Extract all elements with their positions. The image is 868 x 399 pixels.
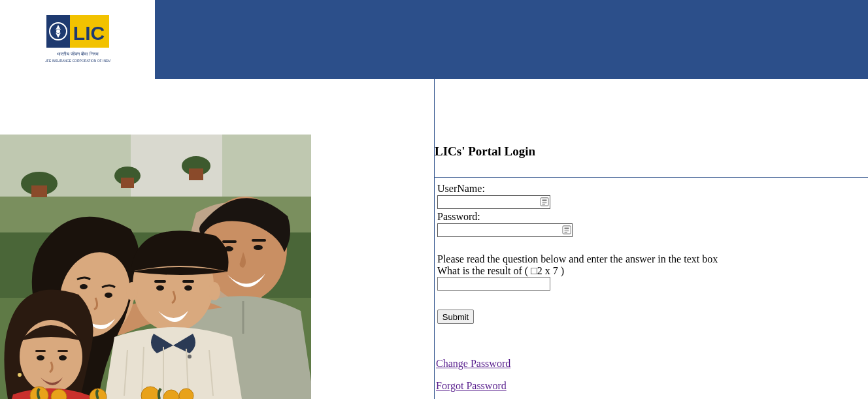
svg-point-27	[184, 285, 192, 291]
svg-text:LIC: LIC	[73, 22, 104, 44]
links-block: Change Password Forgot Password Update E…	[435, 358, 868, 399]
svg-point-2	[56, 29, 60, 33]
captcha-intro: Please read the question below and enter…	[437, 253, 868, 265]
username-input-wrap	[437, 195, 552, 209]
left-column	[0, 79, 434, 399]
lic-logo: LIC भारतीय जीवन बीमा निगम LIFE INSURANCE…	[45, 14, 110, 66]
svg-point-39	[37, 355, 44, 360]
main: LICs' Portal Login UserName: Password: P…	[0, 79, 868, 399]
right-column: LICs' Portal Login UserName: Password: P…	[434, 79, 868, 399]
svg-rect-29	[182, 280, 194, 283]
submit-button[interactable]: Submit	[437, 310, 474, 324]
svg-point-40	[59, 355, 67, 360]
svg-point-43	[18, 373, 22, 377]
forgot-password-link[interactable]: Forgot Password	[436, 380, 868, 392]
change-password-link[interactable]: Change Password	[436, 358, 868, 370]
svg-point-26	[156, 285, 164, 291]
svg-rect-42	[58, 350, 68, 352]
svg-point-30	[126, 282, 138, 300]
logo-box: LIC भारतीय जीवन बीमा निगम LIFE INSURANCE…	[0, 0, 155, 79]
svg-rect-9	[31, 185, 47, 197]
svg-point-18	[254, 245, 263, 250]
logo-tagline-en: LIFE INSURANCE CORPORATION OF INDIA	[45, 59, 110, 63]
password-label: Password:	[437, 211, 868, 223]
username-input[interactable]	[437, 195, 550, 209]
svg-rect-28	[154, 280, 166, 283]
captcha-input[interactable]	[437, 277, 550, 291]
password-input-wrap	[437, 223, 574, 237]
password-input[interactable]	[437, 223, 573, 237]
svg-rect-11	[121, 178, 134, 188]
header-banner	[155, 0, 868, 78]
divider	[435, 177, 868, 178]
svg-rect-20	[252, 239, 266, 242]
svg-point-24	[105, 293, 112, 298]
svg-rect-19	[222, 240, 237, 243]
logo-tagline-hi: भारतीय जीवन बीमा निगम	[57, 51, 99, 56]
header: LIC भारतीय जीवन बीमा निगम LIFE INSURANCE…	[0, 0, 868, 79]
svg-point-31	[209, 282, 220, 300]
svg-rect-41	[35, 350, 46, 352]
login-title: LICs' Portal Login	[435, 144, 868, 159]
svg-rect-13	[189, 168, 203, 180]
username-label: UserName:	[437, 183, 868, 195]
captcha-question: What is the result of ( □2 x 7 )	[437, 265, 868, 277]
svg-point-32	[188, 355, 192, 359]
hero-image	[0, 135, 311, 399]
svg-point-23	[80, 284, 88, 289]
